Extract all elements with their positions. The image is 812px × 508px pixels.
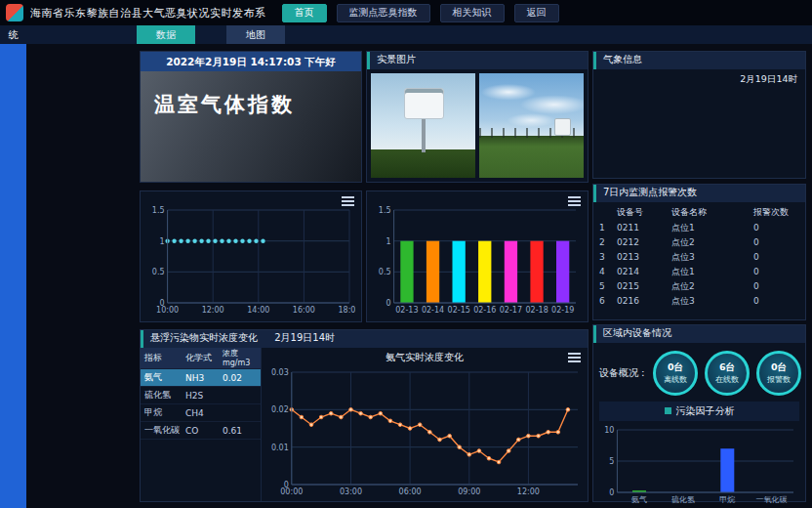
station-shape — [554, 118, 571, 136]
pollutant-row[interactable]: 氨气NH30.02 — [141, 369, 261, 387]
site-photos-panel: 实景图片 — [366, 51, 589, 183]
alarm-row: 40214点位10 — [593, 265, 805, 279]
svg-text:1: 1 — [160, 237, 165, 246]
svg-text:硫化氢: 硫化氢 — [671, 495, 695, 504]
svg-text:10: 10 — [604, 426, 614, 435]
nav-knowledge[interactable]: 相关知识 — [440, 4, 505, 22]
pollutants-title: 悬浮污染物实时浓度变化 — [150, 332, 258, 343]
sidebar-label: 统 — [0, 25, 26, 44]
daily-bars-chart: 00.511.502-1302-1402-1502-1602-1702-1802… — [371, 203, 582, 318]
svg-text:1.5: 1.5 — [152, 206, 165, 215]
alarm-panel: 7日内监测点报警次数 设备号 设备名称 报警次数 10211点位1020212点… — [592, 184, 806, 320]
device-overview-label: 设备概况： — [599, 366, 648, 380]
svg-text:02-13: 02-13 — [395, 306, 418, 315]
pollutants-header: 悬浮污染物实时浓度变化 2月19日14时 — [141, 330, 588, 348]
svg-text:02-14: 02-14 — [422, 306, 444, 315]
pollutants-date: 2月19日14时 — [274, 332, 335, 343]
pollutant-table: 指标 化学式 浓度mg/m3 氨气NH30.02硫化氢H2S甲烷CH4一氧化碳C… — [141, 348, 262, 501]
alarm-row: 60216点位30 — [593, 294, 805, 309]
svg-text:14:00: 14:00 — [247, 306, 269, 315]
col-device-id: 设备号 — [617, 204, 671, 221]
pollutant-row[interactable]: 硫化氢H2S — [141, 387, 261, 404]
alarm-header: 7日内监测点报警次数 — [593, 185, 805, 202]
svg-text:0: 0 — [609, 488, 614, 497]
greeting-panel: 2022年2月19日 14:17:03 下午好 温室气体指数 — [140, 51, 362, 183]
nav-home[interactable]: 首页 — [282, 4, 327, 22]
pollutants-body: 指标 化学式 浓度mg/m3 氨气NH30.02硫化氢H2S甲烷CH4一氧化碳C… — [141, 348, 588, 501]
svg-text:02-15: 02-15 — [448, 306, 470, 315]
svg-text:0.01: 0.01 — [271, 444, 289, 452]
device-stat-circle: 0台报警数 — [756, 351, 801, 396]
monitor-cabinet-shape — [404, 88, 444, 119]
tab-data[interactable]: 数据 — [137, 25, 195, 44]
nh3-chart-area: 氨气实时浓度变化 00.010.020.0300:0003:0006:0009:… — [262, 348, 588, 501]
dashboard-screen: 海南省乐东黎族自治县大气恶臭状况实时发布系 首页监测点恶臭指数相关知识返回 统 … — [0, 0, 812, 508]
app-logo-icon — [6, 4, 23, 21]
svg-text:16:00: 16:00 — [293, 306, 315, 315]
index-banner: 温室气体指数 — [141, 71, 361, 182]
svg-text:00:00: 00:00 — [280, 487, 303, 496]
index-trend-chart: 00.511.510:0012:0014:0016:0018:00 — [144, 203, 355, 318]
nh3-chart-title: 氨气实时浓度变化 — [262, 348, 588, 364]
svg-text:10:00: 10:00 — [156, 306, 179, 315]
page-title: 温室气体指数 — [141, 71, 361, 138]
alarm-row: 50215点位20 — [593, 279, 805, 294]
svg-text:氨气: 氨气 — [631, 495, 647, 504]
svg-text:1: 1 — [386, 237, 391, 246]
weather-header: 气象信息 — [593, 52, 805, 69]
svg-text:0.5: 0.5 — [152, 268, 165, 276]
devices-panel: 区域内设备情况 设备概况： 0台离线数6台在线数0台报警数 污染因子分析 051… — [592, 324, 806, 502]
svg-text:02-17: 02-17 — [500, 306, 522, 315]
svg-text:02-19: 02-19 — [551, 306, 574, 315]
site-photo-1 — [371, 73, 475, 178]
svg-text:12:00: 12:00 — [517, 487, 540, 496]
svg-text:02-18: 02-18 — [525, 306, 548, 315]
photo-row — [367, 69, 588, 182]
pollutants-panel: 悬浮污染物实时浓度变化 2月19日14时 指标 化学式 浓度mg/m3 氨气NH… — [140, 329, 589, 502]
datetime-display: 2022年2月19日 14:17:03 下午好 — [141, 52, 361, 71]
pollutant-table-body: 氨气NH30.02硫化氢H2S甲烷CH4一氧化碳CO0.61 — [141, 369, 261, 440]
svg-text:5: 5 — [609, 457, 614, 466]
svg-text:0.02: 0.02 — [271, 405, 289, 414]
nav-back[interactable]: 返回 — [514, 4, 559, 22]
svg-text:06:00: 06:00 — [399, 487, 422, 496]
sidebar: 统 — [0, 25, 26, 508]
svg-text:03:00: 03:00 — [340, 487, 362, 496]
col-concentration: 浓度mg/m3 — [223, 349, 257, 366]
pollutant-row[interactable]: 一氧化碳CO0.61 — [141, 422, 261, 440]
svg-text:甲烷: 甲烷 — [719, 495, 735, 504]
col-device-name: 设备名称 — [671, 204, 753, 221]
col-alarm-count: 报警次数 — [753, 204, 799, 221]
alarm-table-head: 设备号 设备名称 报警次数 — [593, 204, 805, 221]
svg-text:02-16: 02-16 — [473, 306, 496, 315]
svg-text:18:00: 18:00 — [338, 306, 355, 315]
monitor-pole-shape — [422, 119, 426, 152]
alarm-table-body: 10211点位1020212点位2030213点位3040214点位105021… — [593, 221, 805, 309]
device-stat-circles: 0台离线数6台在线数0台报警数 — [653, 351, 801, 396]
chart-menu-icon[interactable] — [568, 196, 581, 206]
svg-text:09:00: 09:00 — [458, 487, 480, 496]
pollutant-row[interactable]: 甲烷CH4 — [141, 404, 261, 422]
tab-bar: 数据 地图 — [26, 25, 812, 44]
nh3-trend-chart: 00.010.020.0300:0003:0006:0009:0012:00 — [264, 365, 584, 499]
chart-menu-icon[interactable] — [568, 353, 581, 362]
device-stat-circle: 0台离线数 — [653, 351, 698, 396]
svg-text:一氧化碳: 一氧化碳 — [755, 495, 787, 504]
svg-text:0: 0 — [386, 299, 391, 308]
photos-header: 实景图片 — [367, 52, 588, 69]
nav-odor-index[interactable]: 监测点恶臭指数 — [337, 4, 430, 22]
devices-header: 区域内设备情况 — [593, 325, 805, 343]
svg-text:0.5: 0.5 — [379, 268, 391, 276]
top-nav: 首页监测点恶臭指数相关知识返回 — [282, 4, 559, 22]
alarm-row: 20212点位20 — [593, 235, 805, 250]
alarm-row: 30213点位30 — [593, 250, 805, 265]
site-photo-2 — [479, 73, 584, 178]
topbar: 海南省乐东黎族自治县大气恶臭状况实时发布系 首页监测点恶臭指数相关知识返回 — [0, 0, 812, 25]
daily-bars-panel: 00.511.502-1302-1402-1502-1602-1702-1802… — [366, 190, 589, 322]
device-stat-circle: 6台在线数 — [705, 351, 750, 396]
tab-map[interactable]: 地图 — [226, 25, 285, 44]
chart-menu-icon[interactable] — [342, 196, 354, 206]
weather-date: 2月19日14时 — [740, 73, 797, 86]
col-indicator: 指标 — [144, 352, 185, 364]
main-content: 2022年2月19日 14:17:03 下午好 温室气体指数 实景图片 气象信息… — [26, 44, 812, 508]
